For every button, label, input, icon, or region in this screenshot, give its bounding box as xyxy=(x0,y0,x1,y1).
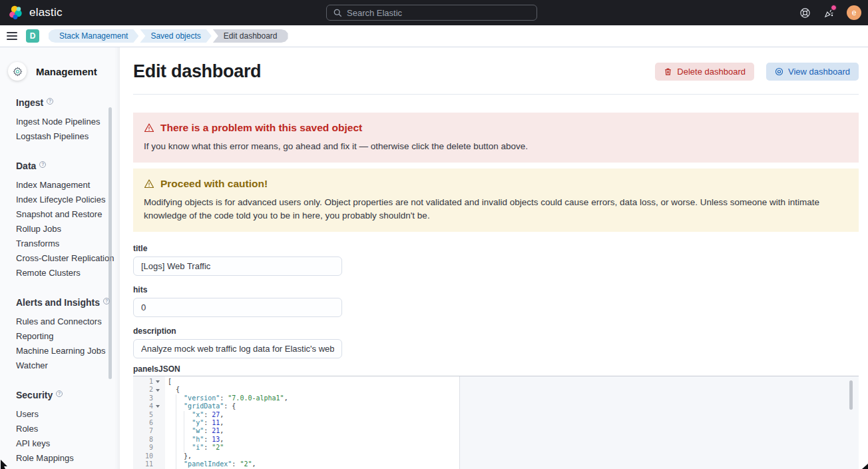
code-line: 11 "panelIndex": "2", xyxy=(133,460,859,468)
elastic-logo-icon xyxy=(8,5,24,21)
page-title: Edit dashboard xyxy=(133,61,261,82)
code-line: 8 "h": 13, xyxy=(133,436,859,444)
management-sidebar: Management Ingest?Ingest Node PipelinesL… xyxy=(0,47,120,469)
code-line: 6 "y": 11, xyxy=(133,419,859,427)
menu-toggle-icon[interactable] xyxy=(7,32,17,40)
help-menu-icon[interactable] xyxy=(799,7,811,19)
sidebar-item[interactable]: Index Lifecycle Policies xyxy=(16,193,120,207)
breadcrumb-saved-objects[interactable]: Saved objects xyxy=(140,29,211,43)
delete-dashboard-label: Delete dashboard xyxy=(677,67,746,77)
sidebar-header: Management xyxy=(8,62,120,81)
code-line: 10 }, xyxy=(133,452,859,460)
code-line: 2 { xyxy=(133,386,859,394)
sidebar-item[interactable]: Roles xyxy=(16,422,120,436)
header-divider xyxy=(133,94,859,95)
sidebar-section: Alerts and Insights?Rules and Connectors… xyxy=(16,297,120,373)
sidebar-item[interactable]: Rules and Connectors xyxy=(16,314,120,329)
code-line: 3 "version": "7.0.0-alpha1", xyxy=(133,394,859,402)
user-avatar[interactable]: e xyxy=(847,5,861,20)
sidebar-sections: Ingest?Ingest Node PipelinesLogstash Pip… xyxy=(16,97,120,466)
sidebar-item[interactable]: Transforms xyxy=(16,236,120,251)
sidebar-item[interactable]: Machine Learning Jobs xyxy=(16,344,120,358)
hits-field-label: hits xyxy=(133,285,859,294)
sidebar-item[interactable]: Role Mappings xyxy=(16,451,120,466)
fold-arrow-icon[interactable] xyxy=(156,405,160,408)
section-help-icon: ? xyxy=(56,390,63,397)
title-field-label: title xyxy=(133,244,859,253)
breadcrumb-stack-management[interactable]: Stack Management xyxy=(49,29,138,43)
description-field[interactable] xyxy=(133,339,342,358)
sidebar-title: Management xyxy=(36,66,97,77)
sidebar-item[interactable]: API keys xyxy=(16,436,120,451)
sidebar-item[interactable]: Watcher xyxy=(16,358,120,373)
main-content: Edit dashboard Delete dashboard xyxy=(120,47,868,469)
fold-arrow-icon[interactable] xyxy=(156,380,160,383)
sidebar-item[interactable]: Ingest Node Pipelines xyxy=(16,115,120,129)
top-navigation-bar: elastic xyxy=(0,0,868,25)
elastic-brand: elastic xyxy=(8,5,63,21)
search-icon xyxy=(333,9,342,17)
code-line: 7 "w": 21, xyxy=(133,427,859,435)
section-title: Alerts and Insights xyxy=(16,297,100,308)
warning-callout: Proceed with caution! Modifying objects … xyxy=(133,169,859,232)
warning-triangle-icon xyxy=(144,123,154,133)
code-line: 4 "gridData": { xyxy=(133,402,859,410)
delete-dashboard-button[interactable]: Delete dashboard xyxy=(655,63,754,81)
sidebar-item[interactable]: Cross-Cluster Replication xyxy=(16,251,120,266)
description-field-label: description xyxy=(133,326,859,336)
section-title: Ingest xyxy=(16,97,43,108)
breadcrumb-bar: D Stack Management Saved objects Edit da… xyxy=(0,25,868,47)
title-field[interactable] xyxy=(133,256,342,276)
code-line: 1[ xyxy=(133,378,859,386)
sidebar-scrollbar[interactable] xyxy=(108,107,112,379)
hits-field[interactable] xyxy=(133,298,342,317)
view-dashboard-label: View dashboard xyxy=(788,67,850,77)
mouse-cursor-icon xyxy=(0,460,9,469)
panels-json-label: panelsJSON xyxy=(133,364,859,374)
global-search[interactable] xyxy=(326,5,537,21)
editor-code[interactable]: 1[2 {3 "version": "7.0.0-alpha1",4 "grid… xyxy=(133,376,859,469)
error-callout: There is a problem with this saved objec… xyxy=(133,113,859,163)
sidebar-item[interactable]: Index Management xyxy=(16,178,120,193)
error-callout-body: If you know what this error means, go ah… xyxy=(144,140,848,153)
sidebar-item[interactable]: Rollup Jobs xyxy=(16,222,120,236)
sidebar-item[interactable]: Snapshot and Restore xyxy=(16,207,120,222)
search-input[interactable] xyxy=(347,8,530,18)
section-title: Security xyxy=(16,390,53,400)
warning-callout-title: Proceed with caution! xyxy=(160,178,268,190)
brand-name: elastic xyxy=(29,6,63,19)
sidebar-section: Security?UsersRolesAPI keysRole Mappings xyxy=(16,390,120,466)
sidebar-item[interactable]: Remote Clusters xyxy=(16,266,120,280)
error-callout-title: There is a problem with this saved objec… xyxy=(160,122,362,134)
breadcrumb-current: Edit dashboard xyxy=(213,29,288,43)
inspect-icon xyxy=(775,67,783,76)
editor-scrollbar[interactable] xyxy=(849,380,853,410)
section-help-icon: ? xyxy=(47,98,53,105)
breadcrumb: Stack Management Saved objects Edit dash… xyxy=(49,29,288,43)
code-line: 9 "i": "2" xyxy=(133,444,859,452)
code-line: 5 "x": 27, xyxy=(133,411,859,419)
gear-icon xyxy=(8,62,27,81)
space-avatar[interactable]: D xyxy=(26,29,39,43)
sidebar-item[interactable]: Reporting xyxy=(16,329,120,344)
section-help-icon: ? xyxy=(39,161,46,168)
sidebar-section: Data?Index ManagementIndex Lifecycle Pol… xyxy=(16,161,120,280)
sidebar-item[interactable]: Logstash Pipelines xyxy=(16,129,120,144)
whats-new-icon[interactable] xyxy=(823,7,835,19)
sidebar-section: Ingest?Ingest Node PipelinesLogstash Pip… xyxy=(16,97,120,144)
notification-dot xyxy=(831,5,837,11)
warning-triangle-icon xyxy=(144,179,154,189)
app-window: elastic xyxy=(0,0,868,469)
fold-arrow-icon[interactable] xyxy=(156,389,160,392)
view-dashboard-button[interactable]: View dashboard xyxy=(766,63,859,81)
trash-icon xyxy=(664,67,672,76)
section-title: Data xyxy=(16,161,36,171)
sidebar-item[interactable]: Users xyxy=(16,407,120,422)
panels-json-editor[interactable]: 1[2 {3 "version": "7.0.0-alpha1",4 "grid… xyxy=(133,376,859,469)
warning-callout-body: Modifying objects is for advanced users … xyxy=(144,196,848,223)
